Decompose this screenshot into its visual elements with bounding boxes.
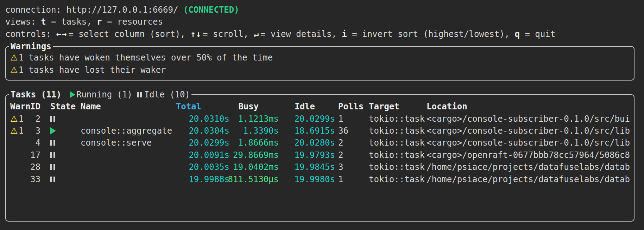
cell-idle: 20.0280s [279,138,335,148]
cell-state [40,116,81,122]
cell-location: <cargo>/console-subscriber-0.1.0/src/bui… [427,114,630,124]
cell-polls: 1 [335,174,369,184]
cell-total: 20.0310s [171,114,229,124]
column-header-warn[interactable]: Warn [10,102,30,111]
cell-state [40,177,81,182]
pause-icon [50,177,55,182]
connection-label: connection: [5,5,66,15]
task-row[interactable]: ⚠1 2 20.0310s 1.1213ms 20.0299s 1 tokio:… [10,113,630,124]
tasks-table-header: Warn ID State Name Total Busy Idle Polls… [10,101,630,113]
cell-target: tokio::task [369,174,427,184]
column-header-id[interactable]: ID [30,102,40,111]
cell-name: console::serve [81,138,171,148]
warning-triangle-icon: ⚠ [10,126,18,136]
tasks-table: Warn ID State Name Total Busy Idle Polls… [6,95,634,221]
cell-busy: 29.8669ms [229,150,279,160]
task-row[interactable]: ⚠1 3 console::aggregate 20.0304s 1.3390s… [10,125,630,137]
cell-polls: 36 [335,126,369,136]
key-quit: q [515,29,520,39]
column-header-target[interactable]: Target [369,102,427,111]
controls-seg2: = scroll, [203,29,254,39]
warning-triangle-icon: ⚠ [10,114,18,124]
cell-warn-count: 1 [19,126,24,136]
column-header-name[interactable]: Name [81,102,171,111]
cell-target: tokio::task [369,114,427,124]
task-row[interactable]: 28 20.0035s 19.0402ms 19.9845s 3 tokio::… [10,161,630,173]
controls-line: controls: ←→= select column (sort), ↑↓= … [5,28,555,40]
connection-line: connection: http://127.0.0.1:6669/ (CONN… [5,4,239,16]
cell-polls: 3 [335,162,369,172]
warning-text: 1 tasks have lost their waker [19,65,166,75]
cell-target: tokio::task [369,138,427,148]
warning-item: ⚠1 tasks have woken themselves over 50% … [10,52,630,64]
warning-item: ⚠1 tasks have lost their waker [10,64,630,76]
cell-busy: 1.3390s [229,126,279,136]
key-invert-sort: i [342,29,347,39]
cell-state [40,127,81,134]
controls-label: controls: [5,29,56,39]
cell-target: tokio::task [369,150,427,160]
tasks-panel: Tasks (11) Running (1)Idle (10) Warn ID … [5,94,634,222]
tasks-table-body: ⚠1 2 20.0310s 1.1213ms 20.0299s 1 tokio:… [10,113,630,185]
cell-busy: 1.1213ms [229,114,279,124]
views-seg2: = resources [102,17,163,27]
cell-state [40,140,81,146]
warning-triangle-icon: ⚠ [10,65,18,75]
cell-task-id: 3 [30,126,40,136]
key-tasks: t [41,17,46,27]
cell-task-id: 2 [30,114,40,124]
pause-icon [50,140,55,146]
cell-idle: 19.9793s [279,150,335,160]
task-row[interactable]: 17 20.0091s 29.8669ms 19.9793s 2 tokio::… [10,149,630,161]
pause-icon [50,152,55,158]
warning-text: 1 tasks have woken themselves over 50% o… [19,53,273,63]
cell-task-id: 4 [30,138,40,148]
controls-seg3: = view details, [260,29,342,39]
cell-location: /home/psiace/projects/datafuselabs/datab… [427,174,630,184]
warnings-panel-title: Warnings [9,40,53,53]
cell-polls: 2 [335,138,369,148]
cell-idle: 19.9845s [279,162,335,172]
column-header-total-sorted[interactable]: Total [171,102,229,111]
column-header-idle[interactable]: Idle [279,102,335,111]
cell-busy: 19.0402ms [229,162,279,172]
cell-location: <cargo>/console-subscriber-0.1.0/src/lib… [427,138,630,148]
column-header-busy[interactable]: Busy [229,102,279,111]
connection-url: http://127.0.0.1:6669/ [66,5,183,15]
cell-state [40,164,81,170]
cell-polls: 1 [335,114,369,124]
cell-total: 19.9988s [171,174,229,184]
cell-total: 20.0091s [171,150,229,160]
cell-idle: 19.9980s [279,174,335,184]
key-resources: r [97,17,102,27]
task-row[interactable]: 33 19.9988s 811.5130µs 19.9980s 1 tokio:… [10,173,630,185]
views-line: views: t = tasks, r = resources [5,16,163,28]
cell-busy: 811.5130µs [229,174,279,184]
cell-total: 20.0035s [171,162,229,172]
task-row[interactable]: 4 console::serve 20.0299s 1.8666ms 20.02… [10,137,630,149]
cell-polls: 2 [335,150,369,160]
controls-seg1: = select column (sort), [68,29,190,39]
cell-task-id: 28 [30,162,40,172]
cell-task-id: 17 [30,150,40,160]
controls-seg4: = invert sort (highest/lowest), [347,29,515,39]
connection-status-badge: (CONNECTED) [183,5,239,15]
views-seg1: = tasks, [46,17,97,27]
cell-location: /home/psiace/projects/datafuselabs/datab… [427,162,630,172]
cell-total: 20.0304s [171,126,229,136]
warnings-panel: Warnings ⚠1 tasks have woken themselves … [5,46,634,81]
warning-triangle-icon: ⚠ [10,53,18,63]
column-header-state[interactable]: State [40,102,81,111]
cell-task-id: 33 [30,174,40,184]
cell-busy: 1.8666ms [229,138,279,148]
cell-warn-count: 1 [19,114,24,124]
pause-icon [50,164,55,170]
terminal-screen: connection: http://127.0.0.1:6669/ (CONN… [0,0,644,230]
play-icon [50,127,56,134]
cell-name: console::aggregate [81,126,171,136]
cell-total: 20.0299s [171,138,229,148]
left-right-arrows-icon: ←→ [56,29,67,39]
column-header-polls[interactable]: Polls [335,102,369,111]
enter-key-icon: ↵ [254,29,259,39]
column-header-location[interactable]: Location [427,102,630,111]
